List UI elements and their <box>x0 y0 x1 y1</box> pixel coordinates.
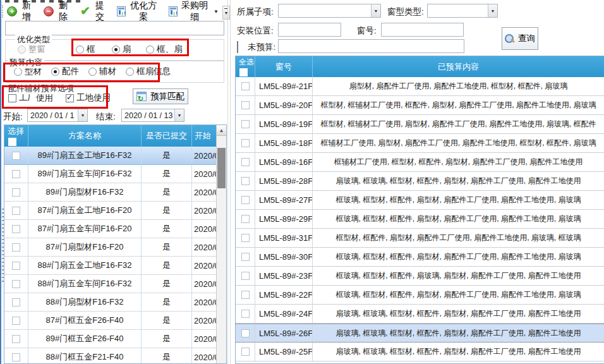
window-no-label: 窗号: <box>357 25 377 37</box>
plan-row-checkbox[interactable] <box>12 298 20 306</box>
plan-row[interactable]: 89#门扇五金工地F16-F32是2020/0 <box>4 147 217 165</box>
date-end-picker[interactable]: 2020 / 01 / 13 ▼ <box>121 109 184 122</box>
radio-indicator-icon[interactable] <box>126 68 134 76</box>
window-row-checkbox[interactable] <box>241 234 250 242</box>
checkbox-indicator-icon[interactable] <box>66 94 74 102</box>
date-start-picker[interactable]: 2020 / 01 / 1 ▼ <box>27 109 88 122</box>
window-row-checkbox[interactable] <box>241 101 250 109</box>
window-type-combobox[interactable]: ▼ <box>427 4 498 18</box>
plan-table-scrollbar[interactable]: ▲ <box>216 125 226 363</box>
plan-row[interactable]: 89#门扇五金车间F16-F32是2020/0 <box>4 165 217 183</box>
plan-row-checkbox[interactable] <box>12 335 20 343</box>
window-row[interactable]: LM5L-89#-26F24扇玻璃, 框玻璃, 框型材, 框配件, 扇型材, 扇… <box>236 324 604 343</box>
plan-submitted-cell: 是 <box>142 202 192 219</box>
plan-row[interactable]: 88#门扇五金车间F16-F32是2020/0 <box>4 275 217 293</box>
toolbar-overflow-button[interactable]: ▼ <box>222 6 230 20</box>
window-row[interactable]: LM5L-89#-25F23扇玻璃, 框玻璃, 框型材, 框配件, 扇型材, 扇… <box>236 343 604 361</box>
window-row[interactable]: LM5L-89#-23F21框玻璃, 框型材, 框配件, 扇玻璃, 扇型材, 扇… <box>236 267 604 286</box>
plan-row-checkbox[interactable] <box>12 152 20 160</box>
plan-row-checkbox[interactable] <box>12 188 20 197</box>
plan-row-checkbox[interactable] <box>12 243 20 252</box>
radio-indicator-icon[interactable] <box>146 46 154 54</box>
window-row[interactable]: LM5L-89#-20F18框型材, 框辅材工厂使用, 框配件, 扇型材, 扇配… <box>236 96 604 115</box>
plan-row[interactable]: 88#门扇型材F16-F32是2020/0 <box>4 293 217 312</box>
plan-name-cell: 89#门扇五金车间F16-F32 <box>28 165 142 183</box>
window-no-input[interactable] <box>381 23 464 37</box>
dropdown-arrow-icon[interactable]: ▼ <box>488 4 497 17</box>
plan-filter-input[interactable] <box>5 21 224 35</box>
dropdown-arrow-icon[interactable]: ▼ <box>371 4 380 17</box>
plan-row[interactable]: 87#门框五金F26-F40是2020/0 <box>4 312 217 330</box>
window-row-checkbox[interactable] <box>241 196 250 204</box>
scroll-up-icon[interactable]: ▲ <box>217 125 226 136</box>
dropdown-arrow-icon[interactable]: ▼ <box>78 109 87 121</box>
window-row-checkbox[interactable] <box>241 158 250 166</box>
select-all-windows-checkbox[interactable] <box>239 68 248 76</box>
plan-row-checkbox[interactable] <box>12 280 20 288</box>
window-row-checkbox[interactable] <box>241 253 250 261</box>
plan-submitted-cell: 是 <box>142 147 192 164</box>
plan-row-checkbox[interactable] <box>12 207 20 215</box>
window-row-checkbox[interactable] <box>241 291 250 299</box>
radio-option-框[interactable]: 框 <box>76 44 95 55</box>
window-row[interactable]: LM5L-89#-27F25框玻璃, 框型材, 框配件, 扇型材, 扇配件工厂使… <box>236 191 604 210</box>
plan-row[interactable]: 87#门扇五金工地F16-F20是2020/0 <box>4 202 217 220</box>
window-row-checkbox[interactable] <box>241 329 250 337</box>
sub-item-label: 所属子项: <box>237 6 274 18</box>
window-row-checkbox[interactable] <box>241 310 250 318</box>
radio-option-扇[interactable]: 扇 <box>112 44 131 55</box>
radio-indicator-icon[interactable] <box>51 68 59 76</box>
radio-option-框、扇[interactable]: 框、扇 <box>146 44 183 55</box>
plan-row[interactable]: 89#门扇型材F16-F32是2020/0 <box>4 183 217 202</box>
radio-option-框扇信息[interactable]: 框扇信息 <box>126 66 171 77</box>
query-button[interactable]: 查询 <box>502 27 538 50</box>
no-budget-input[interactable] <box>278 39 464 53</box>
scrollbar-thumb[interactable] <box>217 148 226 188</box>
window-row[interactable]: LM5L-89#-19F17框型材, 框辅材工厂使用, 扇型材, 扇配件工厂使用… <box>236 115 604 134</box>
window-row-checkbox[interactable] <box>241 82 250 90</box>
window-row[interactable]: LM5L-89#-30F28框玻璃, 框型材, 框配件, 扇型材, 扇配件工厂使… <box>236 248 604 267</box>
toolbar-grip[interactable] <box>2 5 3 18</box>
window-row[interactable]: LM5L-89#-21F19扇型材, 扇配件工厂使用, 扇配件工地使用, 框型材… <box>236 77 604 96</box>
radio-option-配件[interactable]: 配件 <box>51 66 79 77</box>
plan-row-checkbox[interactable] <box>12 170 20 178</box>
window-row[interactable]: LM5L-89#-16F15框辅材工厂使用, 框型材, 框配件, 扇型材, 扇配… <box>236 153 604 172</box>
radio-indicator-icon[interactable] <box>18 46 26 54</box>
window-row[interactable]: LM5L-89#-28F26扇玻璃, 框玻璃, 框型材, 框配件, 扇型材, 扇… <box>236 172 604 191</box>
plan-row[interactable]: 87#门扇五金车间F16-F20是2020/0 <box>4 220 217 238</box>
plan-row[interactable]: 88#门扇五金工地F16-F32是2020/0 <box>4 257 217 275</box>
select-all-plans-checkbox[interactable] <box>8 138 16 146</box>
radio-indicator-icon[interactable] <box>14 68 22 76</box>
no-budget-checkbox[interactable] <box>237 41 238 53</box>
window-row-checkbox[interactable] <box>241 177 250 185</box>
window-row-checkbox[interactable] <box>241 215 250 223</box>
window-row-checkbox[interactable] <box>241 272 250 280</box>
sub-item-combobox[interactable]: ▼ <box>278 4 381 18</box>
window-row-checkbox[interactable] <box>241 348 250 356</box>
window-row[interactable]: LM5L-89#-22F20框玻璃, 框型材, 框配件, 扇型材, 扇配件工厂使… <box>236 286 604 305</box>
dropdown-arrow-icon[interactable]: ▼ <box>174 109 184 121</box>
radio-indicator-icon[interactable] <box>88 68 97 76</box>
install-position-input[interactable] <box>278 23 341 37</box>
window-row[interactable]: LM5L-89#-29F27框玻璃, 框型材, 框配件, 扇型材, 扇配件工厂使… <box>236 210 604 229</box>
radio-indicator-icon[interactable] <box>112 46 120 54</box>
select-all-header: 全选 <box>236 56 255 77</box>
plan-row-checkbox[interactable] <box>12 262 20 270</box>
plan-start-cell: 2020/0 <box>192 330 217 348</box>
checkbox-indicator-icon[interactable] <box>8 94 16 102</box>
budget-match-button[interactable]: 预算匹配 <box>133 88 188 104</box>
window-row-checkbox[interactable] <box>241 120 250 128</box>
window-row-checkbox[interactable] <box>241 139 250 147</box>
window-no-cell: LM5L-89#-20F18 <box>255 96 313 114</box>
plan-row-checkbox[interactable] <box>12 225 20 233</box>
plan-row[interactable]: 88#门框五金F21-F40是2020/0 <box>4 348 217 364</box>
plan-row[interactable]: 89#门框五金F26-F40是2020/0 <box>4 330 217 348</box>
plan-row[interactable]: 87#门扇型材F16-F20是2020/0 <box>4 238 217 257</box>
window-row[interactable]: LM5L-89#-24F22扇玻璃, 框玻璃, 框型材, 框配件, 扇型材, 扇… <box>236 305 604 324</box>
radio-option-辅材[interactable]: 辅材 <box>88 66 116 77</box>
window-row[interactable]: LM5L-89#-18F16框辅材工厂使用, 扇型材, 扇配件工厂使用, 扇配件… <box>236 134 604 153</box>
plan-row-checkbox[interactable] <box>12 353 20 361</box>
radio-indicator-icon[interactable] <box>76 46 84 54</box>
window-row[interactable]: LM5L-89#-31F29框型材, 框配件, 扇型材, 扇配件工厂使用, 扇配… <box>236 229 604 248</box>
plan-row-checkbox[interactable] <box>12 317 20 325</box>
